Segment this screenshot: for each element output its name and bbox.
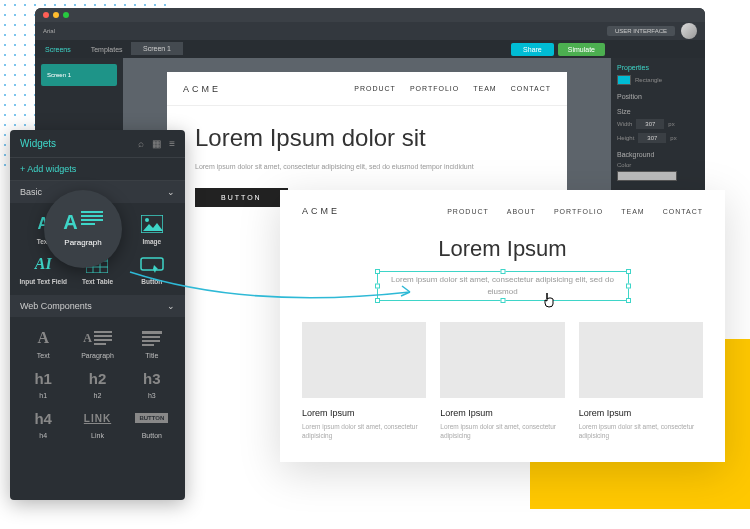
resize-handle-nw[interactable] [375,269,380,274]
wc-paragraph[interactable]: A Paragraph [70,323,124,363]
list-view-icon[interactable]: ≡ [169,138,175,149]
canvas-button[interactable]: BUTTON [195,188,288,207]
canvas-nav-item[interactable]: CONTACT [511,85,551,92]
canvas-brand: ACME [183,84,221,94]
preview-nav-item[interactable]: CONTACT [663,208,703,215]
search-icon[interactable]: ⌕ [138,138,144,149]
px-label: px [670,135,676,141]
close-icon[interactable] [43,12,49,18]
width-input[interactable]: 307 [636,119,664,129]
wc-text[interactable]: A Text [16,323,70,363]
card-image-placeholder [302,322,426,398]
tab-screens[interactable]: Screens [35,40,81,58]
widget-button[interactable]: Button [125,249,179,289]
paragraph-icon: A [84,327,110,349]
resize-handle-e[interactable] [626,284,631,289]
preview-nav-item[interactable]: PORTFOLIO [554,208,603,215]
card-text: Lorem ipsum dolor sit amet, consectetur … [579,422,703,440]
h4-icon: h4 [30,407,56,429]
shape-label: Rectangle [635,77,662,83]
card-image-placeholder [579,322,703,398]
maximize-icon[interactable] [63,12,69,18]
canvas-headline[interactable]: Lorem Ipsum dolor sit [195,124,539,152]
resize-handle-ne[interactable] [626,269,631,274]
widget-label: h2 [94,392,102,399]
link-icon: LINK [84,407,110,429]
height-label: Height [617,135,634,141]
screen-thumb-1[interactable]: Screen 1 [41,64,117,86]
position-section: Position [617,93,699,100]
input-icon: AI [30,253,56,275]
preview-title[interactable]: Lorem Ipsum [302,236,703,262]
shape-color-swatch[interactable] [617,75,631,85]
preview-nav-item[interactable]: PRODUCT [447,208,489,215]
h3-icon: h3 [139,367,165,389]
svg-point-1 [145,218,149,222]
widget-label: Button [142,432,162,439]
wc-title[interactable]: Title [125,323,179,363]
category-label: Web Components [20,301,92,311]
resize-handle-s[interactable] [500,298,505,303]
canvas-nav-item[interactable]: TEAM [473,85,496,92]
canvas-nav-item[interactable]: PRODUCT [354,85,396,92]
card-title: Lorem Ipsum [579,408,703,418]
card-text: Lorem ipsum dolor sit amet, consectetur … [440,422,564,440]
svg-rect-7 [141,258,163,270]
preview-card[interactable]: Lorem Ipsum Lorem ipsum dolor sit amet, … [302,322,426,440]
add-widgets-button[interactable]: + Add widgets [10,158,185,181]
resize-handle-se[interactable] [626,298,631,303]
canvas-nav-item[interactable]: PORTFOLIO [410,85,459,92]
wc-h4[interactable]: h4 h4 [16,403,70,443]
tab-templates[interactable]: Templates [81,40,133,58]
h1-icon: h1 [30,367,56,389]
widgets-title: Widgets [20,138,56,149]
simulate-button[interactable]: Simulate [558,43,605,56]
canvas-header: ACME PRODUCT PORTFOLIO TEAM CONTACT [167,72,567,106]
resize-handle-w[interactable] [375,284,380,289]
preview-nav-item[interactable]: ABOUT [507,208,536,215]
preview-brand: ACME [302,206,340,216]
widget-label: Paragraph [81,352,114,359]
wc-h2[interactable]: h2 h2 [70,363,124,403]
color-swatch[interactable] [617,171,677,181]
wc-button[interactable]: BUTTON Button [125,403,179,443]
color-label: Color [617,162,699,168]
minimize-icon[interactable] [53,12,59,18]
resize-handle-sw[interactable] [375,298,380,303]
card-title: Lorem Ipsum [440,408,564,418]
button-icon: BUTTON [139,407,165,429]
share-button[interactable]: Share [511,43,554,56]
background-section: Background [617,151,699,158]
height-input[interactable]: 307 [638,133,666,143]
paragraph-drag-bubble[interactable]: A Paragraph [44,190,122,268]
preview-nav-item[interactable]: TEAM [621,208,644,215]
selected-paragraph-text: Lorem ipsum dolor sit amet, consectetur … [391,275,614,296]
paragraph-icon: A [63,211,102,234]
widget-label: Text Table [82,278,113,285]
resize-handle-n[interactable] [500,269,505,274]
screen-label: Screen 1 [47,72,71,78]
card-image-placeholder [440,322,564,398]
widget-label: Input Text Field [19,278,67,285]
px-label: px [668,121,674,127]
wc-h3[interactable]: h3 h3 [125,363,179,403]
wc-link[interactable]: LINK Link [70,403,124,443]
grid-view-icon[interactable]: ▦ [152,138,161,149]
wc-h1[interactable]: h1 h1 [16,363,70,403]
canvas-body-text[interactable]: Lorem ipsum dolor sit amet, consectetur … [195,162,539,173]
selected-paragraph[interactable]: Lorem ipsum dolor sit amet, consectetur … [378,272,628,300]
widget-label: h1 [39,392,47,399]
bubble-label: Paragraph [64,238,101,247]
user-menu[interactable]: USER INTERFACE [607,26,675,36]
category-web-components[interactable]: Web Components ⌄ [10,295,185,317]
widget-image[interactable]: Image [125,209,179,249]
canvas-tab[interactable]: Screen 1 [131,42,183,55]
widget-label: Title [145,352,158,359]
preview-card[interactable]: Lorem Ipsum Lorem ipsum dolor sit amet, … [579,322,703,440]
button-icon [139,253,165,275]
properties-title: Properties [617,64,699,71]
font-selector[interactable]: Arial [43,28,55,34]
widget-label: Button [141,278,162,285]
preview-card[interactable]: Lorem Ipsum Lorem ipsum dolor sit amet, … [440,322,564,440]
avatar[interactable] [681,23,697,39]
